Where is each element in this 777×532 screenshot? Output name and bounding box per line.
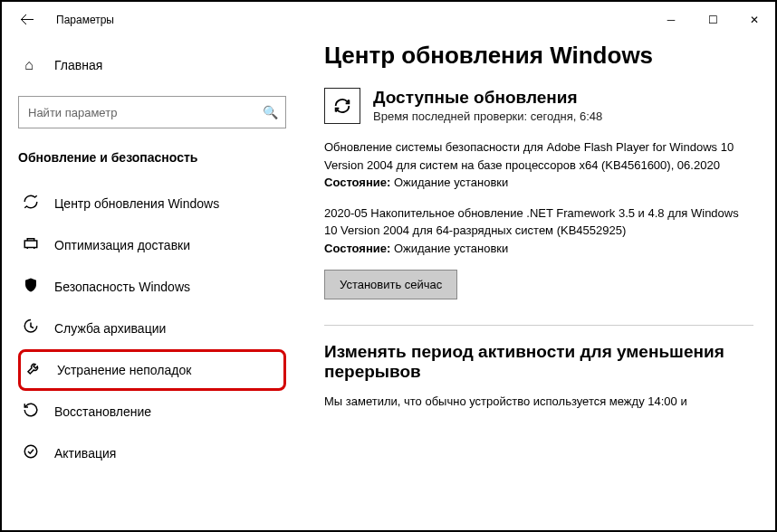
sidebar-item-label: Безопасность Windows — [54, 280, 190, 294]
sidebar-item-label: Активация — [54, 446, 116, 461]
sync-icon — [22, 194, 40, 214]
activity-hours-title: Изменять период активности для уменьшени… — [324, 342, 753, 382]
wrench-icon — [24, 360, 43, 380]
sidebar-item-recovery[interactable]: Восстановление — [18, 391, 286, 432]
category-header: Обновление и безопасность — [18, 150, 286, 165]
svg-rect-0 — [24, 241, 37, 248]
available-updates-title: Доступные обновления — [373, 88, 602, 108]
install-now-button[interactable]: Установить сейчас — [324, 270, 457, 299]
sidebar-item-windows-update[interactable]: Центр обновления Windows — [18, 183, 286, 224]
section-divider — [324, 325, 753, 326]
search-box[interactable]: 🔍 — [18, 96, 286, 128]
sidebar-item-windows-security[interactable]: Безопасность Windows — [18, 266, 286, 308]
back-button[interactable]: 🡠 — [13, 5, 42, 34]
update-item: Обновление системы безопасности для Adob… — [324, 138, 753, 192]
search-icon: 🔍 — [263, 105, 278, 119]
sidebar-item-activation[interactable]: Активация — [18, 432, 286, 474]
sidebar-item-label: Восстановление — [54, 404, 151, 419]
sidebar-item-backup[interactable]: Служба архивации — [18, 308, 286, 349]
sidebar-item-troubleshoot[interactable]: Устранение неполадок — [18, 349, 286, 391]
page-title: Центр обновления Windows — [324, 42, 753, 70]
backup-icon — [22, 318, 40, 338]
search-input[interactable] — [19, 97, 285, 128]
status-label: Состояние: — [324, 176, 390, 189]
status-label: Состояние: — [324, 242, 390, 255]
minimize-button[interactable]: ─ — [650, 5, 692, 34]
home-label: Главная — [54, 58, 102, 72]
svg-point-1 — [24, 445, 37, 458]
sidebar-item-delivery-optimization[interactable]: Оптимизация доставки — [18, 224, 286, 266]
activity-hours-text: Мы заметили, что обычно устройство испол… — [324, 393, 753, 411]
last-check-time: Время последней проверки: сегодня, 6:48 — [373, 109, 602, 123]
sidebar-item-label: Центр обновления Windows — [54, 196, 219, 211]
maximize-button[interactable]: ☐ — [692, 5, 734, 34]
recovery-icon — [22, 402, 40, 422]
delivery-icon — [22, 235, 40, 255]
update-description: Обновление системы безопасности для Adob… — [324, 140, 734, 172]
shield-icon — [22, 277, 40, 297]
sidebar-item-label: Устранение неполадок — [57, 363, 191, 377]
update-available-icon — [324, 88, 360, 124]
close-button[interactable]: ✕ — [734, 5, 775, 34]
home-button[interactable]: ⌂ Главная — [18, 45, 286, 85]
update-item: 2020-05 Накопительное обновление .NET Fr… — [324, 204, 753, 258]
home-icon: ⌂ — [18, 57, 40, 73]
sidebar-item-label: Служба архивации — [54, 321, 166, 336]
sidebar-item-label: Оптимизация доставки — [54, 238, 190, 252]
activation-icon — [22, 443, 40, 463]
app-title: Параметры — [56, 14, 114, 26]
status-value: Ожидание установки — [394, 242, 508, 255]
update-description: 2020-05 Накопительное обновление .NET Fr… — [324, 206, 739, 238]
status-value: Ожидание установки — [394, 176, 508, 189]
